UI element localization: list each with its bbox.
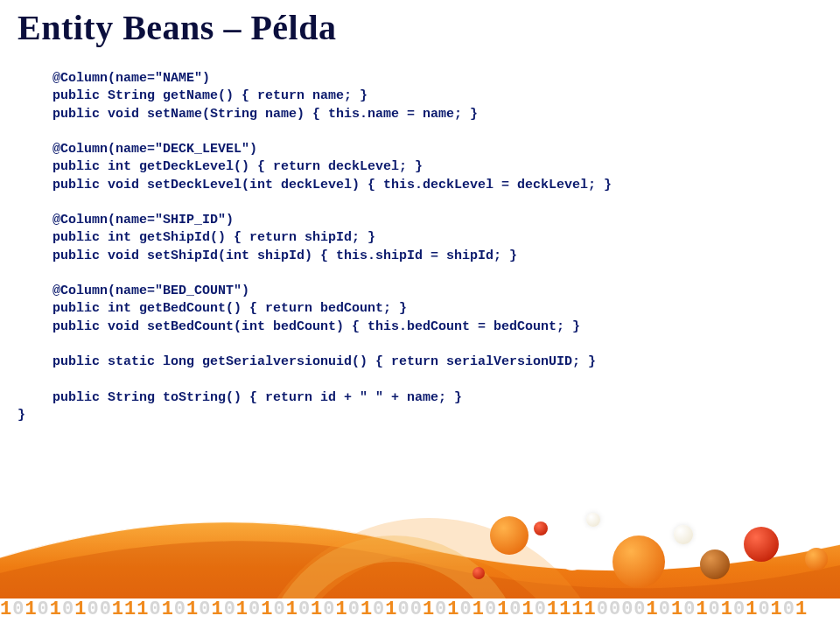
code-line: @Column(name="DECK_LEVEL") — [52, 142, 257, 157]
slide-title: Entity Beans – Példa — [18, 7, 336, 48]
bubble-icon — [674, 525, 693, 544]
footer-decoration: 1010101001110101010101010101010100101010… — [0, 474, 840, 623]
bubble-icon — [472, 567, 485, 579]
bubble-icon — [586, 513, 600, 527]
code-line: @Column(name="NAME") — [52, 71, 210, 86]
halo-ring-icon — [262, 536, 525, 623]
bubble-icon — [805, 548, 828, 570]
slide: Entity Beans – Példa @Column(name="NAME"… — [0, 0, 840, 623]
bubble-icon — [700, 550, 730, 579]
code-line: public int getBedCount() { return bedCou… — [52, 301, 407, 316]
code-line: @Column(name="SHIP_ID") — [52, 213, 234, 228]
binary-strip: 1010101001110101010101010101010100101010… — [0, 598, 840, 623]
code-line: public static long getSerialversionuid()… — [52, 354, 596, 369]
bubble-icon — [612, 536, 665, 588]
code-line: public void setName(String name) { this.… — [52, 107, 478, 122]
wave-band-icon — [0, 499, 840, 604]
bubble-icon — [490, 516, 528, 555]
code-line: public void setShipId(int shipId) { this… — [52, 248, 517, 263]
code-line: public void setBedCount(int bedCount) { … — [52, 319, 580, 334]
code-line: public void setDeckLevel(int deckLevel) … — [52, 178, 612, 192]
bubble-icon — [534, 522, 548, 536]
code-line: public int getDeckLevel() { return deckL… — [52, 159, 423, 174]
halo-ring-icon — [245, 518, 612, 623]
code-block: @Column(name="NAME") public String getNa… — [52, 70, 612, 424]
bubble-outline-icon — [788, 509, 805, 527]
bubble-outline-icon — [560, 546, 584, 570]
bubble-icon — [744, 527, 779, 562]
code-line: public String getName() { return name; } — [52, 88, 368, 103]
code-line: @Column(name="BED_COUNT") — [52, 284, 249, 298]
code-line: public int getShipId() { return shipId; … — [52, 230, 375, 245]
code-close-brace: } — [18, 408, 25, 423]
code-line: public String toString() { return id + "… — [52, 390, 462, 405]
